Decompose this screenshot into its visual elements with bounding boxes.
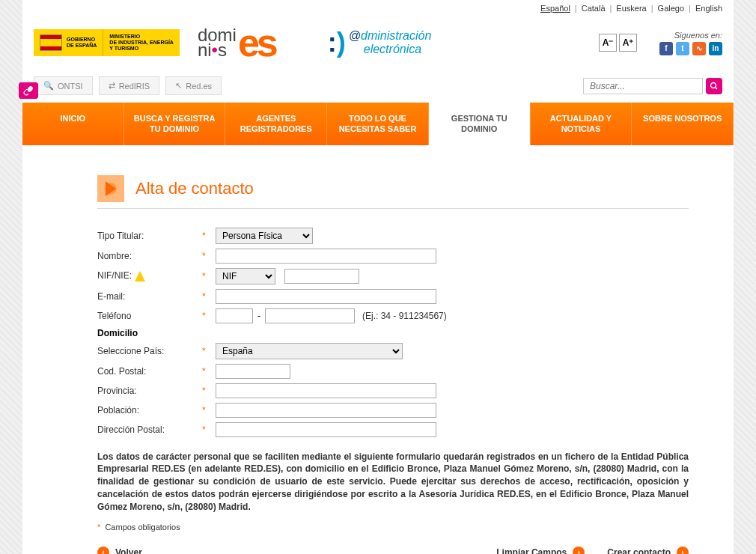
lang-catala[interactable]: Català [582,4,606,13]
legal-text: Los datos de carácter personal que se fa… [97,451,689,514]
spain-flag-icon [40,34,62,51]
ministerio-text: MINISTERIO DE INDUSTRIA, ENERGÍA Y TURIS… [103,29,180,55]
twitter-icon[interactable]: t [676,42,689,55]
network-icon: ⇄ [109,81,115,91]
direccion-input[interactable] [216,422,436,437]
tipo-titular-label: Tipo Titular: [97,231,202,241]
tipo-titular-select[interactable]: Persona Física [216,228,313,244]
redes-link[interactable]: ↖Red.es [165,76,222,95]
tel-hint: (Ej.: 34 - 911234567) [362,311,447,321]
cp-input[interactable] [216,364,290,379]
lang-espanol[interactable]: Español [540,4,570,13]
clear-icon: › [573,547,585,554]
nav-gestiona[interactable]: GESTIONA TU DOMINIO [429,103,531,145]
direccion-label: Dirección Postal: [97,424,202,435]
limpiar-button[interactable]: Limpiar Campos › [496,547,585,554]
email-input[interactable] [216,289,436,304]
main-nav: INICIO BUSCA Y REGISTRA TU DOMINIO AGENT… [22,103,734,145]
lang-euskera[interactable]: Euskera [616,4,646,13]
gobierno-text: GOBIERNO DE ESPAÑA [67,37,97,48]
nav-agentes[interactable]: AGENTES REGISTRADORES [225,103,327,145]
content: Alta de contacto Tipo Titular: * Persona… [22,145,734,554]
nav-todo[interactable]: TODO LO QUE NECESITAS SABER [327,103,429,145]
cursor-icon: ↖ [175,81,182,91]
volver-button[interactable]: ‹ Volver [97,547,142,554]
nif-type-select[interactable]: NIF [216,268,275,284]
nif-input[interactable] [284,269,359,284]
page-title: Alta de contacto [135,179,254,198]
tel-prefix-input[interactable] [216,308,253,323]
subnav: 🔍ONTSI ⇄RedIRIS ↖Red.es [22,73,734,103]
poblacion-label: Población: [97,405,202,416]
pais-label: Seleccione País: [97,346,202,356]
ontsi-link[interactable]: 🔍ONTSI [34,76,93,95]
arrow-left-icon: ‹ [97,547,109,554]
permalink-badge[interactable] [19,82,38,99]
nombre-label: Nombre: [97,251,202,261]
nav-actualidad[interactable]: ACTUALIDAD Y NOTICIAS [531,103,632,145]
email-label: E-mail: [97,291,202,302]
font-increase-button[interactable]: A⁺ [619,34,637,52]
font-decrease-button[interactable]: A⁻ [599,34,617,52]
nif-label: NIF/NIE: [97,270,202,281]
admin-line1: dministración [361,29,431,42]
rss-icon[interactable]: ∿ [692,42,706,55]
nav-inicio[interactable]: INICIO [22,103,124,145]
pais-select[interactable]: España [216,343,403,359]
admin-line2: electrónica [364,43,432,56]
warning-icon [135,271,145,281]
rediris-link[interactable]: ⇄RedIRIS [99,76,160,95]
search-icon: 🔍 [43,81,54,91]
required-note: * Campos obligatorios [97,523,689,532]
lang-galego[interactable]: Galego [658,4,684,13]
language-bar: Español| Català| Euskera| Galego| Englis… [22,0,734,16]
telefono-label: Teléfono [97,311,202,321]
facebook-icon[interactable]: f [659,42,673,55]
arrow-right-icon [97,175,124,202]
linkedin-icon[interactable]: in [709,42,722,55]
poblacion-input[interactable] [216,403,436,418]
search-input[interactable] [583,78,703,94]
provincia-input[interactable] [216,383,436,398]
svg-line-1 [716,87,718,89]
svg-point-0 [711,82,716,88]
nav-busca-registra[interactable]: BUSCA Y REGISTRA TU DOMINIO [124,103,226,145]
gobierno-logo: GOBIERNO DE ESPAÑA MINISTERIO DE INDUSTR… [34,29,180,55]
admin-electronica-logo[interactable]: :) @dministración electrónica [328,27,432,58]
search-button[interactable] [706,78,722,94]
cp-label: Cod. Postal: [97,366,202,377]
provincia-label: Provincia: [97,386,202,396]
nav-sobre[interactable]: SOBRE NOSOTROS [632,103,734,145]
arrow-right-small-icon: › [677,547,689,554]
nombre-input[interactable] [216,249,436,264]
domicilio-heading: Domicilio [97,328,689,338]
header: GOBIERNO DE ESPAÑA MINISTERIO DE INDUSTR… [22,16,734,73]
tel-number-input[interactable] [265,308,355,323]
crear-contacto-button[interactable]: Crear contacto › [607,547,689,554]
siguenos-label: Siguenos en: [674,31,722,40]
lang-english[interactable]: English [695,4,722,13]
dominios-es-logo[interactable]: domi ni•s es [198,20,275,65]
